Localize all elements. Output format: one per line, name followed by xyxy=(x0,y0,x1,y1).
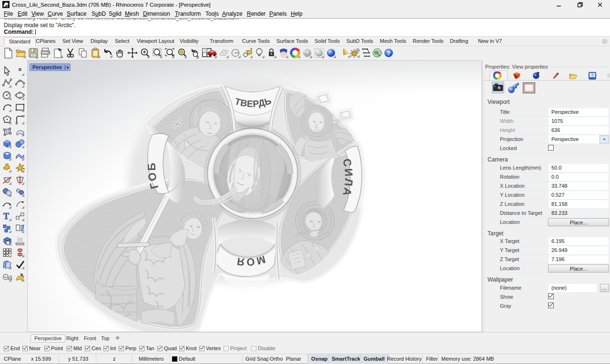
svg-text:T: T xyxy=(3,212,9,221)
svg-text:?: ? xyxy=(591,73,593,78)
svg-text:?: ? xyxy=(387,50,391,57)
